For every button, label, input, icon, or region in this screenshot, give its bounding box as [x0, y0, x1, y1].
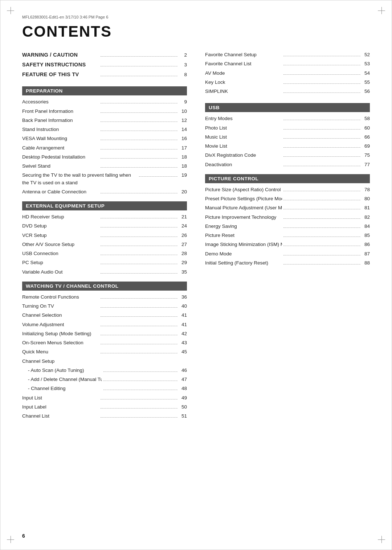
- page-number: 6: [22, 533, 25, 539]
- entry-dots: [283, 227, 360, 228]
- entry-page: 12: [179, 117, 187, 124]
- toc-entry: Back Panel Information12: [22, 117, 187, 124]
- entry-title: Initializing Setup (Mode Setting): [22, 330, 99, 337]
- entry-page: 56: [362, 88, 370, 95]
- entry-title: Channel Selection: [22, 312, 99, 319]
- section-header: USB: [205, 103, 370, 112]
- entry-title: Picture Reset: [205, 232, 282, 239]
- top-meta: MFL62883001-Edit1-en 3/17/10 3:46 PM Pag…: [22, 15, 370, 19]
- toc-entry: VESA Wall Mounting16: [22, 135, 187, 142]
- corner-tr: [378, 7, 385, 14]
- entry-title: Key Lock: [205, 79, 282, 86]
- toc-entry: Turning On TV40: [22, 303, 187, 310]
- entry-title: SAFETY INSTRUCTIONS: [22, 61, 99, 69]
- section: USBEntry Modes58Photo List60Music List66…: [205, 103, 370, 168]
- top-entries: WARNING / CAUTION2SAFETY INSTRUCTIONS3FE…: [22, 51, 187, 78]
- entry-title: Picture Improvement Technology: [205, 214, 282, 221]
- entry-dots: [283, 200, 360, 200]
- entry-page: 24: [179, 222, 187, 230]
- entry-page: 55: [362, 79, 370, 86]
- toc-entry: Photo List60: [205, 124, 370, 132]
- entry-page: 28: [179, 250, 187, 257]
- entry-page: 16: [179, 135, 187, 142]
- toc-entry: AV Mode54: [205, 70, 370, 77]
- entry-page: 87: [362, 250, 370, 258]
- entry-title: Favorite Channel List: [205, 60, 282, 67]
- toc-entry: Key Lock55: [205, 79, 370, 86]
- entry-dots: [101, 408, 177, 409]
- entry-dots: [101, 167, 177, 168]
- entry-dots: [101, 335, 177, 335]
- entry-title: VCR Setup: [22, 232, 99, 239]
- entry-dots: [283, 237, 360, 237]
- col-left: WARNING / CAUTION2SAFETY INSTRUCTIONS3FE…: [22, 51, 187, 422]
- toc-entry: On-Screen Menus Selection43: [22, 339, 187, 346]
- section: PICTURE CONTROLPicture Size (Aspect Rati…: [205, 174, 370, 267]
- entry-page: 45: [179, 348, 187, 356]
- entry-dots: [101, 103, 177, 103]
- entry-dots: [283, 264, 360, 264]
- entry-page: 50: [179, 403, 187, 411]
- entry-page: 47: [179, 376, 187, 383]
- entry-dots: [101, 298, 177, 299]
- entry-page: 82: [362, 214, 370, 221]
- entry-dots: [283, 156, 360, 157]
- toc-entry: FEATURE OF THIS TV8: [22, 71, 187, 79]
- entry-title: Volume Adjustment: [22, 321, 99, 328]
- toc-entry: HD Receiver Setup21: [22, 213, 187, 221]
- section-header: WATCHING TV / CHANNEL CONTROL: [22, 282, 187, 291]
- entry-dots: [283, 129, 360, 130]
- entry-page: 78: [362, 186, 370, 193]
- entry-title: Picture Size (Aspect Ratio) Control: [205, 186, 282, 193]
- entry-dots: [101, 326, 177, 326]
- toc-entry: VCR Setup26: [22, 232, 187, 239]
- entry-dots: [101, 255, 177, 255]
- entry-page: 18: [179, 153, 187, 161]
- entry-title: On-Screen Menus Selection: [22, 339, 99, 346]
- entry-title: WARNING / CAUTION: [22, 51, 99, 59]
- entry-dots: [103, 372, 177, 372]
- main-layout: WARNING / CAUTION2SAFETY INSTRUCTIONS3FE…: [22, 51, 370, 422]
- entry-title: HD Receiver Setup: [22, 213, 99, 221]
- entry-title: Back Panel Information: [22, 117, 99, 124]
- entry-dots: [283, 147, 360, 148]
- entry-title: Preset Picture Settings (Picture Mode): [205, 195, 282, 202]
- entry-dots: [283, 166, 360, 166]
- section: WATCHING TV / CHANNEL CONTROLRemote Cont…: [22, 282, 187, 420]
- right-top-entries: Favorite Channel Setup52Favorite Channel…: [205, 51, 370, 95]
- toc-entry: Image Sticking Minimization (ISM) Method…: [205, 241, 370, 248]
- entry-dots: [283, 83, 360, 84]
- entry-title: Initial Setting (Factory Reset): [205, 259, 282, 267]
- entry-page: 46: [179, 367, 187, 374]
- entry-page: 48: [179, 385, 187, 392]
- entry-dots: [283, 218, 360, 219]
- toc-entry: SAFETY INSTRUCTIONS3: [22, 61, 187, 69]
- toc-entry: - Channel Editing48: [22, 385, 187, 392]
- entry-title: Channel List: [22, 412, 99, 420]
- entry-dots: [101, 122, 177, 122]
- toc-entry: Antenna or Cable Connection20: [22, 188, 187, 196]
- toc-entry: Music List66: [205, 134, 370, 141]
- section-entries: Picture Size (Aspect Ratio) Control78Pre…: [205, 186, 370, 267]
- entry-title: Variable Audio Out: [22, 268, 99, 276]
- entry-page: 35: [179, 268, 187, 276]
- toc-entry: Initial Setting (Factory Reset)88: [205, 259, 370, 267]
- entry-title: - Add / Delete Channel (Manual Tuning): [22, 376, 102, 383]
- entry-page: 9: [179, 98, 187, 106]
- entry-page: 41: [179, 312, 187, 319]
- toc-entry: Manual Picture Adjustment (User Mode)81: [205, 204, 370, 212]
- entry-page: 75: [362, 152, 370, 159]
- toc-entry: Initializing Setup (Mode Setting)42: [22, 330, 187, 337]
- entry-dots: [101, 316, 177, 317]
- entry-title: Swivel Stand: [22, 163, 99, 170]
- corner-tl: [7, 7, 14, 14]
- toc-entry: Picture Size (Aspect Ratio) Control78: [205, 186, 370, 193]
- entry-page: 60: [362, 124, 370, 132]
- entry-dots: [283, 191, 360, 191]
- entry-page: 43: [179, 339, 187, 346]
- toc-entry: Entry Modes58: [205, 115, 370, 122]
- toc-entry: Swivel Stand18: [22, 163, 187, 170]
- entry-page: 20: [179, 188, 187, 196]
- section-entries: Entry Modes58Photo List60Music List66Mov…: [205, 115, 370, 168]
- entry-title: Remote Control Functions: [22, 294, 99, 301]
